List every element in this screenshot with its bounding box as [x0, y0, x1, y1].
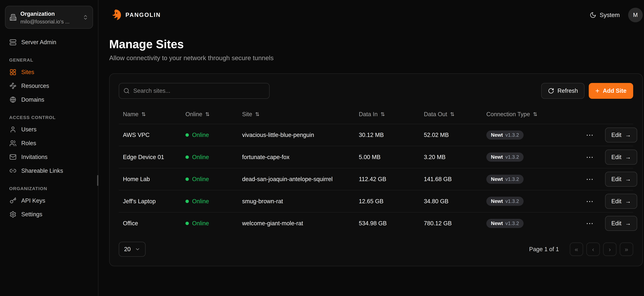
column-header-data-out[interactable]: Data Out⇅	[424, 111, 486, 118]
organization-selector[interactable]: Organization milo@fossorial.io's ...	[5, 6, 93, 29]
edit-button[interactable]: Edit→	[605, 172, 637, 187]
status-badge: Online	[186, 154, 242, 160]
sidebar-item-sites[interactable]: Sites	[5, 65, 93, 79]
data-out: 3.20 MB	[424, 154, 486, 160]
add-site-label: Add Site	[603, 88, 626, 94]
top-bar: PANGOLIN System M	[109, 0, 643, 30]
sidebar-item-label: Invitations	[21, 154, 48, 160]
edit-button[interactable]: Edit→	[605, 194, 637, 209]
page-title: Manage Sites	[109, 38, 643, 51]
sidebar-item-api-keys[interactable]: API Keys	[5, 194, 93, 208]
table-header-row: Name⇅ Online⇅ Site⇅ Data In⇅ Data Out⇅ C…	[119, 104, 633, 124]
column-header-online[interactable]: Online⇅	[186, 111, 242, 118]
building-icon	[10, 14, 16, 21]
toolbar-buttons: Refresh + Add Site	[541, 83, 633, 99]
sidebar-item-domains[interactable]: Domains	[5, 93, 93, 106]
row-menu-button[interactable]: ⋯	[584, 174, 595, 184]
moon-icon	[590, 12, 596, 18]
search-icon	[124, 88, 130, 94]
online-dot-icon	[186, 222, 189, 225]
arrow-right-icon: →	[625, 176, 631, 182]
sidebar-item-shareable-links[interactable]: Shareable Links	[5, 164, 93, 178]
sidebar-item-label: API Keys	[21, 197, 45, 204]
connection-type-badge: Newtv1.3.2	[486, 219, 524, 228]
row-actions: ⋯ Edit→	[584, 194, 637, 209]
edit-button[interactable]: Edit→	[605, 128, 637, 142]
sort-icon[interactable]: ⇅	[205, 111, 210, 117]
online-dot-icon	[186, 178, 189, 181]
site-slug: dead-san-joaquin-antelope-squirrel	[242, 176, 359, 182]
sort-icon[interactable]: ⇅	[380, 111, 385, 117]
data-in: 534.98 GB	[359, 220, 424, 227]
mail-icon	[9, 154, 16, 160]
next-page-button[interactable]: ›	[603, 242, 616, 256]
sidebar-section-general: GENERAL	[9, 58, 89, 63]
sidebar-scrollbar-thumb[interactable]	[97, 175, 98, 186]
sort-icon[interactable]: ⇅	[255, 111, 260, 117]
sidebar: Organization milo@fossorial.io's ... Ser…	[0, 0, 98, 296]
page-size-select[interactable]: 20	[119, 242, 146, 257]
connection-type-cell: Newtv1.3.2	[486, 152, 584, 162]
sidebar-item-invitations[interactable]: Invitations	[5, 150, 93, 164]
site-name: Home Lab	[123, 176, 185, 182]
link-icon	[9, 167, 16, 174]
sidebar-item-resources[interactable]: Resources	[5, 79, 93, 93]
edit-button[interactable]: Edit→	[605, 216, 637, 231]
organization-title: Organization	[20, 10, 55, 17]
last-page-button[interactable]: »	[620, 242, 633, 256]
table-row: Jeff's Laptop Online smug-brown-rat 12.6…	[119, 190, 633, 212]
arrow-right-icon: →	[625, 154, 631, 160]
sidebar-item-label: Domains	[21, 96, 44, 103]
sort-icon[interactable]: ⇅	[450, 111, 454, 117]
connection-type-cell: Newtv1.3.2	[486, 219, 584, 228]
column-header-data-in[interactable]: Data In⇅	[359, 111, 424, 118]
refresh-button[interactable]: Refresh	[541, 83, 584, 99]
globe-icon	[9, 96, 16, 103]
previous-page-button[interactable]: ‹	[586, 242, 600, 256]
row-menu-button[interactable]: ⋯	[584, 152, 595, 162]
page-subtitle: Allow connectivity to your network throu…	[109, 54, 643, 62]
sort-icon[interactable]: ⇅	[142, 111, 146, 117]
arrow-right-icon: →	[625, 220, 631, 227]
status-badge: Online	[186, 176, 242, 182]
sort-icon[interactable]: ⇅	[533, 111, 537, 117]
edit-button[interactable]: Edit→	[605, 150, 637, 164]
online-dot-icon	[186, 133, 189, 137]
sidebar-item-roles[interactable]: Roles	[5, 136, 93, 150]
column-header-name[interactable]: Name⇅	[123, 111, 185, 118]
row-menu-button[interactable]: ⋯	[584, 218, 595, 229]
card-toolbar: Refresh + Add Site	[119, 83, 633, 99]
data-out: 780.12 GB	[424, 220, 486, 227]
connection-type-badge: Newtv1.3.2	[486, 152, 524, 162]
column-header-site[interactable]: Site⇅	[242, 111, 359, 118]
arrow-right-icon: →	[625, 198, 631, 205]
brand: PANGOLIN	[109, 9, 161, 21]
first-page-button[interactable]: «	[570, 242, 583, 256]
site-name: Edge Device 01	[123, 154, 185, 160]
row-menu-button[interactable]: ⋯	[584, 196, 595, 207]
sidebar-item-users[interactable]: Users	[5, 122, 93, 136]
search-input[interactable]	[119, 83, 270, 99]
sidebar-item-settings[interactable]: Settings	[5, 208, 93, 221]
connection-type-badge: Newtv1.3.2	[486, 130, 524, 140]
brand-name: PANGOLIN	[126, 12, 161, 18]
sidebar-item-label: Roles	[21, 140, 36, 146]
sidebar-item-server-admin[interactable]: Server Admin	[5, 36, 93, 49]
connection-type-badge: Newtv1.3.2	[486, 197, 524, 206]
add-site-button[interactable]: + Add Site	[589, 83, 633, 99]
page-label: Page 1 of 1	[529, 246, 559, 252]
site-slug: vivacious-little-blue-penguin	[242, 132, 359, 138]
connection-type-badge: Newtv1.3.2	[486, 175, 524, 184]
theme-selector[interactable]: System	[590, 12, 620, 18]
sites-blocks-icon	[9, 69, 16, 76]
row-menu-button[interactable]: ⋯	[584, 130, 595, 140]
sidebar-item-label: Shareable Links	[21, 168, 63, 174]
site-slug: smug-brown-rat	[242, 198, 359, 205]
users-icon	[9, 140, 16, 147]
data-out: 52.02 MB	[424, 132, 486, 138]
sidebar-section-access-control: ACCESS CONTROL	[9, 115, 89, 120]
search-box	[119, 83, 270, 99]
avatar[interactable]: M	[628, 8, 643, 22]
online-dot-icon	[186, 156, 189, 159]
column-header-connection-type[interactable]: Connection Type⇅	[486, 111, 584, 118]
